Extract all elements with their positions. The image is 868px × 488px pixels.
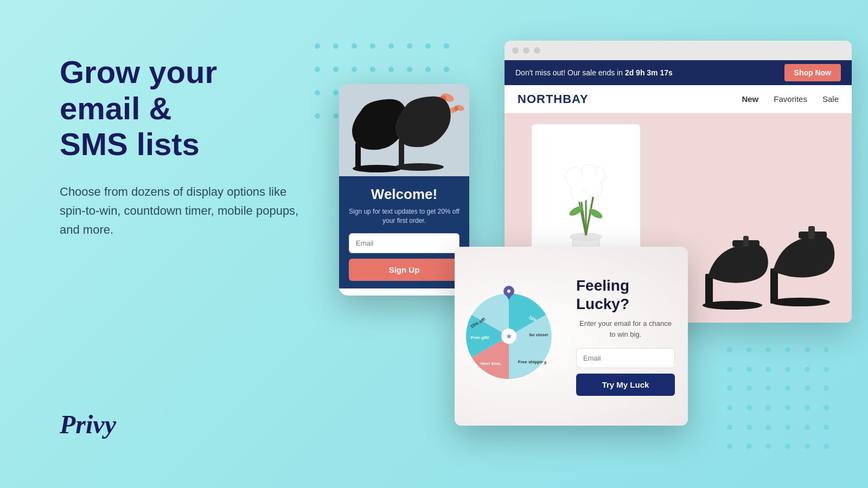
svg-point-47 [507, 290, 510, 293]
lucky-email-input[interactable] [576, 348, 675, 368]
svg-rect-18 [705, 274, 713, 306]
browser-dot-red [512, 47, 519, 54]
svg-rect-22 [770, 268, 778, 304]
northbay-logo: NORTHBAY [518, 92, 742, 106]
svg-point-23 [770, 298, 830, 306]
left-section: Grow your email & SMS lists Choose from … [60, 54, 304, 240]
wheel-svg: 15% off! So close! Free shipping Next ti… [463, 290, 555, 382]
feeling-lucky-subtitle: Enter your email for a chance to win big… [576, 318, 675, 339]
svg-rect-35 [399, 140, 404, 168]
spin-popup: 15% off! So close! Free shipping Next ti… [455, 247, 688, 426]
svg-point-36 [395, 163, 444, 171]
hero-shoes-svg [689, 198, 841, 317]
popup-subtitle: Sign up for text updates to get 20% off … [349, 207, 459, 226]
svg-point-34 [353, 165, 401, 172]
nav-links: New Favorites Sale [742, 94, 839, 104]
feeling-lucky-title: Feeling Lucky? [576, 277, 675, 313]
popup-title: Welcome! [349, 186, 459, 203]
popup-signup-button[interactable]: Sign Up [349, 259, 459, 281]
svg-rect-21 [743, 236, 749, 247]
svg-point-19 [703, 301, 762, 310]
sub-text: Choose from dozens of display options li… [60, 182, 304, 240]
svg-point-15 [584, 174, 599, 189]
announcement-bar: Don't miss out! Our sale ends in 2d 9h 3… [505, 60, 852, 85]
decorative-dots-bottom-right [727, 347, 835, 455]
spin-right-section: Feeling Lucky? Enter your email for a ch… [563, 247, 688, 426]
svg-text:Next time,: Next time, [481, 361, 501, 366]
browser-titlebar [505, 41, 852, 60]
nav-new[interactable]: New [742, 94, 758, 104]
privy-logo: Privy [60, 409, 116, 439]
spin-wheel[interactable]: 15% off! So close! Free shipping Next ti… [463, 290, 555, 382]
svg-text:Free gift!: Free gift! [471, 335, 489, 340]
main-heading: Grow your email & SMS lists [60, 54, 304, 163]
try-luck-button[interactable]: Try My Luck [576, 374, 675, 396]
svg-rect-33 [355, 143, 361, 170]
popup-email-input[interactable] [349, 233, 459, 253]
browser-navbar: NORTHBAY New Favorites Sale [505, 85, 852, 113]
popup-image [339, 84, 469, 176]
mobile-popup: Welcome! Sign up for text updates to get… [339, 84, 469, 296]
popup-body: Welcome! Sign up for text updates to get… [339, 176, 469, 288]
popup-shoes-svg [339, 84, 469, 176]
shop-now-button[interactable]: Shop Now [784, 64, 841, 81]
svg-point-32 [454, 106, 458, 111]
nav-sale[interactable]: Sale [822, 94, 839, 104]
nav-favorites[interactable]: Favorites [774, 94, 807, 104]
browser-dot-yellow [523, 47, 529, 54]
svg-text:★: ★ [506, 332, 513, 341]
wheel-pin [503, 286, 514, 297]
announcement-text: Don't miss out! Our sale ends in 2d 9h 3… [515, 68, 673, 77]
svg-text:So close!: So close! [529, 332, 548, 337]
spin-wheel-section: 15% off! So close! Free shipping Next ti… [455, 247, 563, 426]
browser-dot-green [534, 47, 540, 54]
svg-rect-25 [808, 226, 815, 239]
